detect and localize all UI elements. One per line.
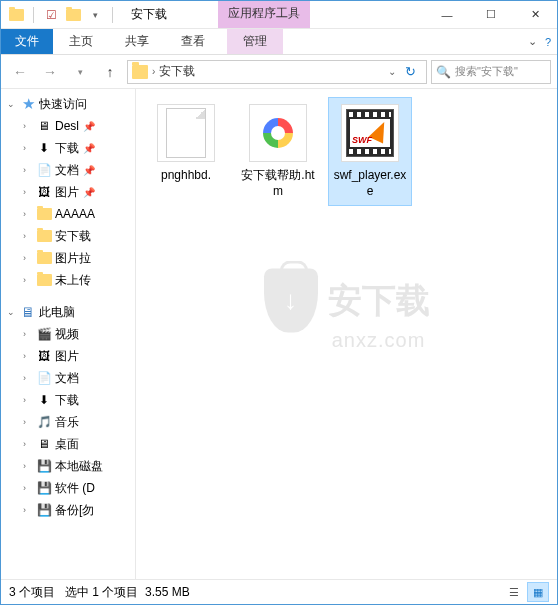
file-item[interactable]: 安下载帮助.htm — [236, 97, 320, 206]
quick-access-header[interactable]: ⌄ ★ 快速访问 — [1, 93, 135, 115]
title-bar: ☑ ▾ 安下载 应用程序工具 ― ☐ ✕ — [1, 1, 557, 29]
swf-icon: SWF — [346, 109, 394, 157]
collapse-icon[interactable]: ⌄ — [7, 307, 17, 317]
sidebar-item[interactable]: ›💾本地磁盘 — [1, 455, 135, 477]
back-button[interactable]: ← — [7, 59, 33, 85]
item-icon — [35, 206, 53, 222]
quick-access-toolbar: ☑ ▾ — [1, 6, 123, 24]
file-tab[interactable]: 文件 — [1, 29, 53, 54]
file-item[interactable]: pnghhbd. — [144, 97, 228, 206]
item-count: 3 个项目 — [9, 584, 55, 601]
sidebar-item[interactable]: ›图片拉 — [1, 247, 135, 269]
item-icon: 🖥 — [35, 118, 53, 134]
file-label: pnghhbd. — [147, 168, 225, 184]
details-view-button[interactable]: ☰ — [503, 582, 525, 602]
item-icon: 📄 — [35, 162, 53, 178]
pc-icon: 🖥 — [19, 304, 37, 320]
minimize-button[interactable]: ― — [425, 1, 469, 29]
share-tab[interactable]: 共享 — [109, 29, 165, 54]
status-bar: 3 个项目 选中 1 个项目 3.55 MB ☰ ▦ — [1, 579, 557, 604]
star-icon: ★ — [19, 96, 37, 112]
sidebar-item[interactable]: ›⬇下载📌 — [1, 137, 135, 159]
context-tab-header: 应用程序工具 — [218, 1, 310, 28]
item-icon: 💾 — [35, 480, 53, 496]
item-icon — [35, 250, 53, 266]
chevron-right-icon[interactable]: › — [152, 66, 155, 77]
this-pc-header[interactable]: ⌄ 🖥 此电脑 — [1, 301, 135, 323]
search-placeholder: 搜索"安下载" — [455, 64, 518, 79]
qat-dropdown-icon[interactable]: ▾ — [86, 6, 104, 24]
address-bar[interactable]: › 安下载 ⌄ ↻ — [127, 60, 427, 84]
item-icon: 🎵 — [35, 414, 53, 430]
sidebar-item[interactable]: ›安下载 — [1, 225, 135, 247]
up-button[interactable]: ↑ — [97, 59, 123, 85]
help-icon[interactable]: ? — [545, 36, 551, 48]
forward-button: → — [37, 59, 63, 85]
sidebar-item[interactable]: ›📄文档📌 — [1, 159, 135, 181]
sidebar-item[interactable]: ›AAAAA — [1, 203, 135, 225]
item-icon: 🖼 — [35, 348, 53, 364]
selection-info: 选中 1 个项目 3.55 MB — [65, 584, 190, 601]
watermark: 安下载 anxz.com — [264, 268, 430, 351]
navigation-pane[interactable]: ⌄ ★ 快速访问 ›🖥Desl📌›⬇下载📌›📄文档📌›🖼图片📌›AAAAA›安下… — [1, 89, 136, 579]
htm-icon — [257, 112, 299, 154]
item-icon: 📄 — [35, 370, 53, 386]
window-title: 安下载 — [131, 6, 167, 23]
sidebar-item[interactable]: ›🖥桌面 — [1, 433, 135, 455]
sidebar-item[interactable]: ›📄文档 — [1, 367, 135, 389]
navigation-bar: ← → ▾ ↑ › 安下载 ⌄ ↻ 🔍 搜索"安下载" — [1, 55, 557, 89]
item-icon: 🎬 — [35, 326, 53, 342]
sidebar-item[interactable]: ›💾软件 (D — [1, 477, 135, 499]
search-icon: 🔍 — [436, 65, 451, 79]
close-button[interactable]: ✕ — [513, 1, 557, 29]
sidebar-item[interactable]: ›🎵音乐 — [1, 411, 135, 433]
sidebar-item[interactable]: ›💾备份[勿 — [1, 499, 135, 521]
maximize-button[interactable]: ☐ — [469, 1, 513, 29]
pin-icon: 📌 — [83, 165, 95, 176]
ribbon-tabs: 文件 主页 共享 查看 管理 ⌄ ? — [1, 29, 557, 55]
item-icon: ⬇ — [35, 392, 53, 408]
file-label: 安下载帮助.htm — [239, 168, 317, 199]
sidebar-item[interactable]: ›⬇下载 — [1, 389, 135, 411]
address-dropdown-icon[interactable]: ⌄ — [388, 66, 396, 77]
pin-icon: 📌 — [83, 187, 95, 198]
refresh-button[interactable]: ↻ — [398, 64, 422, 79]
new-folder-icon[interactable] — [64, 6, 82, 24]
item-icon: 💾 — [35, 458, 53, 474]
folder-icon — [7, 6, 25, 24]
item-icon: 🖼 — [35, 184, 53, 200]
pin-icon: 📌 — [83, 121, 95, 132]
folder-icon — [132, 65, 148, 79]
pin-icon: 📌 — [83, 143, 95, 154]
sidebar-item[interactable]: ›未上传 — [1, 269, 135, 291]
item-icon: 🖥 — [35, 436, 53, 452]
ribbon-expand-icon[interactable]: ⌄ — [528, 35, 537, 48]
view-tab[interactable]: 查看 — [165, 29, 221, 54]
file-item[interactable]: SWFswf_player.exe — [328, 97, 412, 206]
home-tab[interactable]: 主页 — [53, 29, 109, 54]
file-label: swf_player.exe — [331, 168, 409, 199]
item-icon — [35, 272, 53, 288]
recent-dropdown[interactable]: ▾ — [67, 59, 93, 85]
file-list[interactable]: 安下载 anxz.com pnghhbd.安下载帮助.htmSWFswf_pla… — [136, 89, 557, 579]
properties-icon[interactable]: ☑ — [42, 6, 60, 24]
breadcrumb-text[interactable]: 安下载 — [159, 63, 195, 80]
blank-file-icon — [166, 108, 206, 158]
icons-view-button[interactable]: ▦ — [527, 582, 549, 602]
sidebar-item[interactable]: ›🖥Desl📌 — [1, 115, 135, 137]
sidebar-item[interactable]: ›🖼图片 — [1, 345, 135, 367]
sidebar-item[interactable]: ›🎬视频 — [1, 323, 135, 345]
search-input[interactable]: 🔍 搜索"安下载" — [431, 60, 551, 84]
sidebar-item[interactable]: ›🖼图片📌 — [1, 181, 135, 203]
manage-tab[interactable]: 管理 — [227, 29, 283, 54]
collapse-icon[interactable]: ⌄ — [7, 99, 17, 109]
item-icon: ⬇ — [35, 140, 53, 156]
item-icon: 💾 — [35, 502, 53, 518]
item-icon — [35, 228, 53, 244]
